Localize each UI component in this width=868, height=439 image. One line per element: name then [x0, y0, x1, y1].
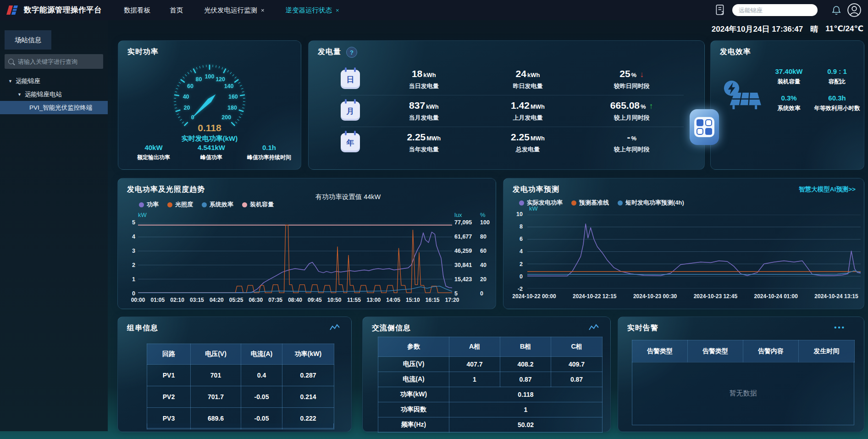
col-header: C相	[551, 337, 603, 357]
user-avatar[interactable]	[847, 3, 862, 17]
power-irradiance-chart-card: 发电功率及光照度趋势 有功功率设置值 44kW 功率光照度系统效率装机容量 kW…	[117, 178, 496, 309]
table-row[interactable]: PV2701.7 -0.050.214	[147, 386, 334, 408]
station-search-input[interactable]	[738, 6, 812, 14]
tab-inverter-status[interactable]: 逆变器运行状态 ×	[286, 6, 339, 15]
legend-item[interactable]: 光照度	[167, 200, 193, 209]
axis-tick-label: 15,423	[454, 276, 472, 283]
energy-stat: 837kWh 当月发电量	[372, 100, 476, 122]
line-chart-plot[interactable]	[138, 223, 452, 293]
help-icon[interactable]: ?	[346, 47, 357, 58]
more-options-icon[interactable]: •••	[834, 323, 846, 331]
legend-item[interactable]: 系统效率	[202, 200, 233, 209]
axis-tick-label: 03:15	[190, 297, 204, 303]
svg-text:140: 140	[224, 83, 234, 89]
navbar-right-group	[709, 3, 862, 17]
axis-tick-label: 80	[480, 233, 487, 240]
nav-item-home[interactable]: 首页	[170, 6, 183, 15]
tree-item-label: 远能锦座	[16, 77, 40, 85]
legend-dot-icon	[167, 202, 172, 207]
legend-dot-icon	[202, 202, 207, 207]
table-partial-row	[147, 423, 334, 428]
legend-dot-icon	[242, 202, 247, 207]
table-row[interactable]: 频率(Hz)50.02	[378, 417, 603, 433]
tree-item-station-group[interactable]: ▼ 远能锦座	[0, 74, 108, 88]
axis-tick-label: 2024-10-22 12:15	[573, 293, 616, 300]
line-chart-plot[interactable]	[527, 215, 861, 289]
svg-text:180: 180	[227, 105, 237, 111]
col-header: 告警类型	[632, 340, 688, 362]
legend-item[interactable]: 实际发电功率	[519, 199, 563, 207]
line-chart-icon[interactable]	[588, 323, 599, 333]
sidebar-search-input[interactable]	[17, 58, 100, 66]
tree-item-plant[interactable]: ▼ 远能锦座电站	[0, 88, 108, 101]
right-axis-name-pct: %	[480, 211, 486, 218]
tab-label: 光伏发电运行监测	[204, 6, 257, 15]
y-axis-name: kW	[138, 211, 147, 218]
table-row[interactable]: 电压(V)407.7 408.2409.7	[378, 357, 603, 372]
legend-item[interactable]: 短时发电功率预测(4h)	[618, 199, 684, 207]
card-title: 组串信息	[127, 323, 158, 333]
axis-tick-label: 0	[520, 273, 523, 280]
table-row[interactable]: 功率(kW)0.118	[378, 387, 603, 402]
sidebar-search-box[interactable]	[5, 54, 103, 69]
energy-rows: 日 18kWh 当日发电量 24kWh 昨日发电量 25%↓ 较昨日同时段	[341, 64, 684, 158]
svg-text:100: 100	[205, 73, 215, 80]
calendar-year-icon: 年	[341, 133, 360, 152]
legend-item[interactable]: 装机容量	[242, 200, 274, 209]
axis-tick-label: 07:35	[268, 297, 282, 303]
table-row[interactable]: PV1701 0.40.287	[147, 365, 334, 386]
caret-down-icon[interactable]: ▼	[17, 92, 22, 97]
tab-pv-monitoring[interactable]: 光伏发电运行监测 ×	[204, 6, 265, 15]
card-title: 实时告警	[627, 323, 658, 333]
chart-title: 发电功率及光照度趋势	[127, 185, 205, 194]
power-forecast-chart-card: 发电功率预测 智慧大模型AI预测>> 实际发电功率预测基准线短时发电功率预测(4…	[503, 178, 864, 309]
tree-item-pv-terminal[interactable]: PVI_智能光伏监控终端	[0, 101, 108, 114]
line-chart-icon[interactable]	[329, 323, 340, 333]
table-row[interactable]: 电流(A)1 0.870.87	[378, 372, 603, 387]
caret-down-icon[interactable]: ▼	[8, 79, 12, 83]
station-sidebar: 场站信息 ▼ 远能锦座 ▼ 远能锦座电站 PVI_智能光伏监控终端	[0, 20, 108, 431]
table-row[interactable]: 功率因数1	[378, 402, 603, 417]
nav-item-databoard[interactable]: 数据看板	[124, 6, 150, 15]
chart-legend: 实际发电功率预测基准线短时发电功率预测(4h)	[519, 199, 693, 207]
axis-tick-label: 6	[520, 236, 523, 242]
legend-dot-icon	[519, 200, 524, 206]
svg-text:60: 60	[187, 83, 194, 89]
x-axis-ticks: 00:0001:0502:1003:1504:2005:2506:3007:35…	[118, 297, 496, 304]
legend-item[interactable]: 功率	[139, 200, 159, 209]
axis-tick-label: 2024-10-23 00:30	[633, 293, 677, 300]
legend-label: 光照度	[175, 200, 193, 209]
energy-stat: 1.42MWh 上月发电量	[476, 100, 580, 122]
efficiency-stats: 37.40kW 装机容量 0.9 : 1 容配比 0.3% 系统效率 60.3h…	[765, 67, 861, 112]
string-info-card: 组串信息 回路 电压(V) 电流(A) 功率(kW) PV1701 0.40.2…	[117, 317, 352, 432]
axis-tick-label: -2	[518, 286, 523, 292]
legend-item[interactable]: 预测基准线	[571, 199, 609, 207]
axis-tick-label: 2024-10-23 12:45	[694, 293, 737, 300]
notification-bell-icon[interactable]	[831, 5, 841, 15]
energy-stat: 25%↓ 较昨日同时段	[580, 68, 684, 90]
station-tree: ▼ 远能锦座 ▼ 远能锦座电站 PVI_智能光伏监控终端	[0, 74, 108, 114]
axis-tick-label: 30,841	[454, 262, 472, 268]
sidebar-tab-station-info[interactable]: 场站信息	[5, 30, 51, 50]
tab-label: 逆变器运行状态	[286, 6, 332, 15]
axis-tick-label: 2	[520, 261, 523, 267]
axis-tick-label: 11:55	[347, 297, 361, 303]
ai-forecast-link[interactable]: 智慧大模型AI预测>>	[799, 185, 856, 194]
axis-tick-label: 17:20	[445, 297, 459, 303]
energy-stat: 24kWh 昨日发电量	[476, 68, 580, 90]
station-search-box[interactable]	[732, 4, 818, 16]
stat-system-efficiency: 0.3% 系统效率	[765, 94, 813, 112]
svg-text:120: 120	[216, 76, 225, 83]
report-document-icon[interactable]	[715, 4, 726, 16]
close-icon[interactable]: ×	[261, 7, 265, 14]
axis-tick-label: 13:00	[366, 297, 381, 303]
legend-label: 功率	[147, 200, 159, 209]
alarm-empty-state: 暂无数据	[632, 361, 854, 425]
stat-label: 额定输出功率	[125, 154, 182, 161]
axis-tick-label: 10:50	[327, 297, 342, 303]
x-axis-ticks: 2024-10-22 00:002024-10-22 12:152024-10-…	[503, 293, 864, 300]
close-icon[interactable]: ×	[336, 7, 339, 14]
legend-label: 系统效率	[210, 200, 233, 209]
apps-launcher-button[interactable]	[690, 109, 719, 145]
energy-stat: 2.25MWh 总发电量	[476, 132, 580, 154]
